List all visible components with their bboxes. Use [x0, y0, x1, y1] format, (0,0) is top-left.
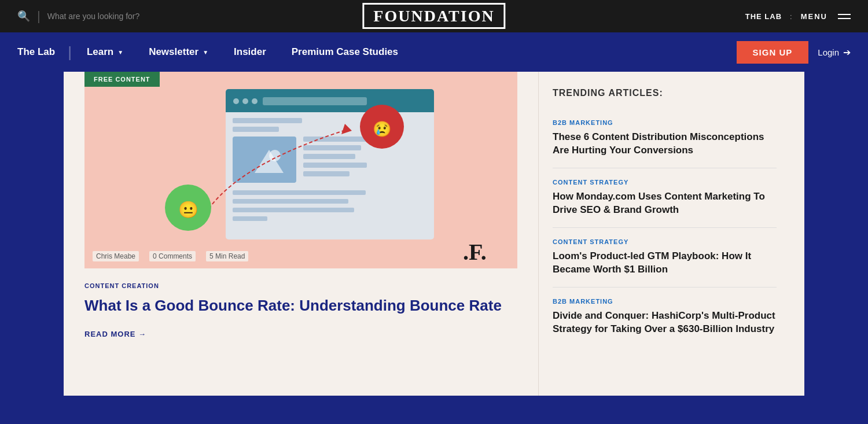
trending-category-4: B2B MARKETING — [553, 298, 777, 305]
trending-category-1: B2B MARKETING — [553, 119, 777, 126]
free-content-badge: FREE CONTENT — [84, 72, 160, 87]
featured-image-wrap: FREE CONTENT — [84, 72, 517, 268]
svg-rect-17 — [233, 190, 366, 195]
top-nav-lab-label[interactable]: THE LAB — [745, 12, 782, 21]
svg-rect-18 — [233, 199, 348, 204]
svg-rect-6 — [263, 97, 367, 105]
login-button[interactable]: Login ➔ — [818, 47, 851, 58]
svg-text:😢: 😢 — [373, 120, 392, 138]
svg-rect-20 — [233, 216, 267, 221]
article-meta: Chris Meabe 0 Comments 5 Min Read — [93, 251, 248, 261]
nav-premium[interactable]: Premium Case Studies — [279, 46, 411, 58]
article-author: Chris Meabe — [93, 251, 139, 261]
svg-rect-12 — [303, 137, 367, 142]
svg-rect-14 — [303, 154, 355, 159]
article-illustration: 😐 😢 .F. — [84, 72, 517, 268]
top-nav-colon: : — [790, 12, 793, 21]
trending-category-2: CONTENT STRATEGY — [553, 179, 777, 186]
svg-text:😐: 😐 — [178, 200, 198, 219]
top-nav: 🔍 | What are you looking for? FOUNDATION… — [0, 0, 868, 32]
featured-article: FREE CONTENT — [64, 72, 538, 396]
trending-title-1[interactable]: These 6 Content Distribution Misconcepti… — [553, 131, 777, 157]
main-content: FREE CONTENT — [64, 72, 804, 396]
trending-item: B2B MARKETING Divide and Conquer: HashiC… — [553, 287, 777, 346]
svg-rect-16 — [303, 171, 350, 176]
svg-point-4 — [242, 98, 248, 104]
search-placeholder-text[interactable]: What are you looking for? — [47, 12, 140, 21]
sec-nav-right: SIGN UP Login ➔ — [737, 41, 851, 64]
svg-rect-19 — [233, 208, 354, 212]
nav-divider-1: | — [68, 43, 72, 61]
svg-rect-7 — [233, 118, 302, 123]
trending-item: CONTENT STRATEGY How Monday.com Uses Con… — [553, 168, 777, 228]
newsletter-dropdown-arrow: ▼ — [203, 49, 208, 56]
secondary-nav: The Lab | Learn ▼ Newsletter ▼ Insider P… — [0, 32, 868, 72]
trending-title-4[interactable]: Divide and Conquer: HashiCorp's Multi-Pr… — [553, 309, 777, 336]
article-read-time: 5 Min Read — [206, 251, 248, 261]
top-nav-right: THE LAB : MENU — [745, 12, 851, 21]
svg-rect-13 — [303, 145, 361, 150]
signup-button[interactable]: SIGN UP — [737, 41, 809, 64]
nav-newsletter[interactable]: Newsletter ▼ — [136, 46, 221, 58]
trending-title-2[interactable]: How Monday.com Uses Content Marketing To… — [553, 190, 777, 217]
read-more-link[interactable]: READ MORE → — [84, 330, 146, 338]
article-category: CONTENT CREATION — [84, 282, 517, 289]
svg-text:.F.: .F. — [463, 239, 487, 265]
login-icon: ➔ — [843, 47, 851, 58]
trending-category-3: CONTENT STRATEGY — [553, 238, 777, 245]
login-label: Login — [818, 47, 839, 57]
logo-wrap[interactable]: FOUNDATION — [362, 7, 505, 25]
trending-item: CONTENT STRATEGY Loom's Product-led GTM … — [553, 228, 777, 287]
article-comments: 0 Comments — [149, 251, 196, 261]
article-title: What Is a Good Bounce Rate: Understandin… — [84, 296, 517, 316]
nav-insider[interactable]: Insider — [221, 46, 279, 58]
trending-title-3[interactable]: Loom's Product-led GTM Playbook: How It … — [553, 250, 777, 276]
search-area: 🔍 | What are you looking for? — [17, 9, 139, 24]
featured-image: FREE CONTENT — [84, 72, 517, 268]
svg-rect-15 — [303, 163, 367, 168]
svg-point-5 — [252, 98, 258, 104]
logo-text: FOUNDATION — [362, 3, 505, 29]
hamburger-icon[interactable] — [838, 14, 851, 19]
svg-rect-8 — [233, 127, 279, 132]
search-icon[interactable]: 🔍 — [17, 10, 30, 23]
sidebar-right: TRENDING ARTICLES: B2B MARKETING These 6… — [538, 72, 793, 396]
nav-divider: | — [37, 9, 41, 24]
learn-dropdown-arrow: ▼ — [117, 49, 123, 56]
svg-point-3 — [233, 98, 239, 104]
top-nav-menu-label[interactable]: MENU — [801, 12, 827, 21]
sec-nav-left: The Lab | Learn ▼ Newsletter ▼ Insider P… — [17, 43, 737, 61]
nav-learn[interactable]: Learn ▼ — [74, 46, 136, 58]
trending-heading: TRENDING ARTICLES: — [553, 88, 777, 98]
bottom-bg — [64, 396, 804, 424]
trending-item: B2B MARKETING These 6 Content Distributi… — [553, 109, 777, 168]
nav-the-lab[interactable]: The Lab — [17, 46, 68, 58]
